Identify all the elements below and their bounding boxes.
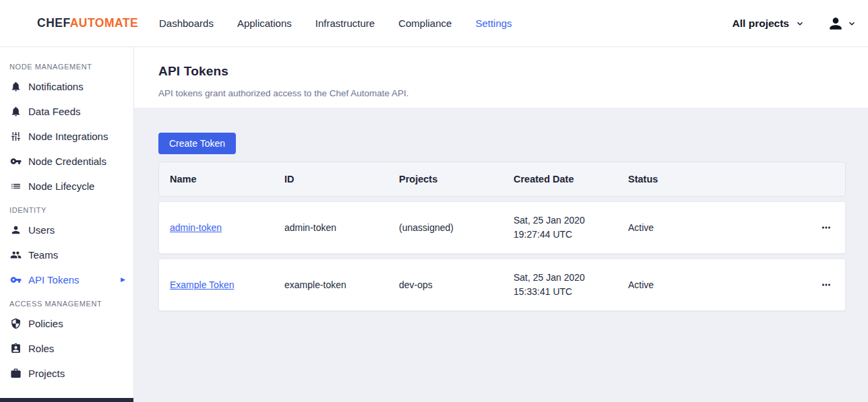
more-horiz-icon	[820, 222, 832, 234]
page-header: API Tokens API tokens grant authorized a…	[134, 47, 868, 108]
token-status-cell: Active	[628, 279, 807, 290]
created-date: Sat, 25 Jan 2020	[514, 213, 628, 228]
row-menu-button[interactable]	[817, 276, 835, 294]
shield-icon	[10, 318, 22, 329]
briefcase-icon	[10, 368, 22, 379]
sidebar-item-roles[interactable]: Roles	[0, 336, 133, 361]
created-time: 15:33:41 UTC	[514, 285, 628, 299]
list-icon	[10, 180, 22, 192]
key-icon	[10, 156, 22, 167]
token-created-date-cell: Sat, 25 Jan 202015:33:41 UTC	[514, 271, 628, 299]
main-content: API Tokens API tokens grant authorized a…	[134, 47, 868, 402]
chevron-down-icon	[846, 18, 857, 29]
bell-icon	[10, 106, 22, 117]
sidebar-item-label: Notifications	[28, 81, 84, 92]
user-menu[interactable]	[827, 15, 857, 32]
nav-item-infrastructure[interactable]: Infrastructure	[315, 18, 375, 29]
person-icon	[827, 15, 844, 32]
settings-sidebar: NODE MANAGEMENTNotificationsData FeedsNo…	[0, 47, 134, 402]
sidebar-section-node-management: NODE MANAGEMENTNotificationsData FeedsNo…	[0, 62, 133, 199]
created-date: Sat, 25 Jan 2020	[514, 271, 628, 285]
sidebar-item-label: Roles	[28, 343, 54, 354]
sidebar-item-notifications[interactable]: Notifications	[0, 74, 133, 99]
column-header-status: Status	[628, 174, 807, 185]
sidebar-item-users[interactable]: Users	[0, 217, 133, 242]
sidebar-item-label: API Tokens	[28, 274, 80, 286]
token-name-link[interactable]: Example Token	[170, 279, 234, 290]
page-subtitle: API tokens grant authorized access to th…	[158, 88, 844, 98]
person-icon	[10, 224, 22, 236]
nav-item-dashboards[interactable]: Dashboards	[159, 18, 214, 29]
sidebar-section-identity: IDENTITYUsersTeamsAPI Tokens▶	[0, 205, 133, 292]
created-time: 19:27:44 UTC	[514, 228, 628, 242]
sidebar-item-node-credentials[interactable]: Node Credentials	[0, 149, 133, 174]
token-created-date-cell: Sat, 25 Jan 202019:27:44 UTC	[514, 213, 628, 242]
sidebar-section-access-management: ACCESS MANAGEMENTPoliciesRolesProjects	[0, 299, 133, 386]
sidebar-section-title: IDENTITY	[0, 205, 133, 215]
token-name-cell: admin-token	[170, 222, 284, 233]
sidebar-item-teams[interactable]: Teams	[0, 242, 133, 267]
token-id-cell: admin-token	[284, 222, 399, 233]
column-header-name: Name	[170, 174, 284, 185]
sidebar-item-label: Data Feeds	[28, 106, 81, 117]
sidebar-item-policies[interactable]: Policies	[0, 311, 133, 336]
page-title: API Tokens	[158, 64, 844, 79]
projects-filter-dropdown[interactable]: All projects	[728, 17, 809, 30]
token-projects-cell: dev-ops	[399, 279, 514, 290]
table-header-row: NameIDProjectsCreated DateStatus	[158, 162, 846, 197]
bell-icon	[10, 81, 22, 92]
sidebar-item-node-lifecycle[interactable]: Node Lifecycle	[0, 174, 133, 199]
token-projects-cell: (unassigned)	[399, 222, 514, 233]
people-icon	[10, 249, 22, 261]
table-row: Example Tokenexample-tokendev-opsSat, 25…	[158, 259, 846, 311]
sidebar-item-data-feeds[interactable]: Data Feeds	[0, 99, 133, 124]
column-header-created-date: Created Date	[514, 174, 628, 185]
sidebar-section-title: NODE MANAGEMENT	[0, 62, 133, 71]
token-table-body: admin-tokenadmin-token(unassigned)Sat, 2…	[158, 201, 846, 311]
more-horiz-icon	[820, 279, 832, 291]
sidebar-item-label: Users	[28, 224, 55, 236]
column-header-projects: Projects	[399, 174, 514, 185]
top-navigation-bar: CHEFAUTOMATE DashboardsApplicationsInfra…	[0, 0, 868, 47]
chef-automate-logo[interactable]: CHEFAUTOMATE	[37, 16, 135, 30]
main-nav: DashboardsApplicationsInfrastructureComp…	[159, 18, 512, 29]
column-header-id: ID	[284, 174, 399, 185]
sidebar-item-node-integrations[interactable]: Node Integrations	[0, 124, 133, 149]
sliders-icon	[10, 131, 22, 142]
topbar-right-controls: All projects	[728, 15, 857, 32]
logo-text-automate: AUTOMATE	[70, 16, 139, 30]
token-status-cell: Active	[628, 222, 807, 233]
token-name-link[interactable]: admin-token	[170, 222, 222, 233]
chevron-down-icon	[795, 18, 805, 29]
sidebar-item-label: Node Credentials	[28, 156, 106, 167]
token-id-cell: example-token	[284, 279, 399, 290]
sidebar-item-label: Policies	[28, 318, 63, 329]
key-icon	[10, 274, 22, 286]
tokens-content-area: Create Token NameIDProjectsCreated DateS…	[134, 108, 868, 402]
sidebar-item-label: Node Integrations	[28, 131, 108, 142]
projects-filter-label: All projects	[733, 18, 789, 30]
sidebar-item-projects[interactable]: Projects	[0, 361, 133, 386]
badge-icon	[10, 343, 22, 354]
row-menu-button[interactable]	[817, 219, 835, 236]
sidebar-item-label: Teams	[28, 249, 58, 261]
logo-text-chef: CHEF	[37, 16, 70, 30]
sidebar-section-title: ACCESS MANAGEMENT	[0, 299, 133, 308]
nav-item-compliance[interactable]: Compliance	[398, 18, 452, 29]
create-token-button[interactable]: Create Token	[158, 133, 236, 154]
token-name-cell: Example Token	[170, 279, 284, 290]
table-row: admin-tokenadmin-token(unassigned)Sat, 2…	[158, 201, 846, 254]
sidebar-item-api-tokens[interactable]: API Tokens▶	[0, 267, 133, 292]
sidebar-item-label: Node Lifecycle	[28, 180, 94, 192]
nav-item-settings[interactable]: Settings	[475, 18, 512, 29]
sidebar-bottom-bar	[0, 398, 133, 402]
expand-caret-icon: ▶	[121, 277, 125, 283]
sidebar-item-label: Projects	[28, 368, 65, 379]
nav-item-applications[interactable]: Applications	[237, 18, 292, 29]
